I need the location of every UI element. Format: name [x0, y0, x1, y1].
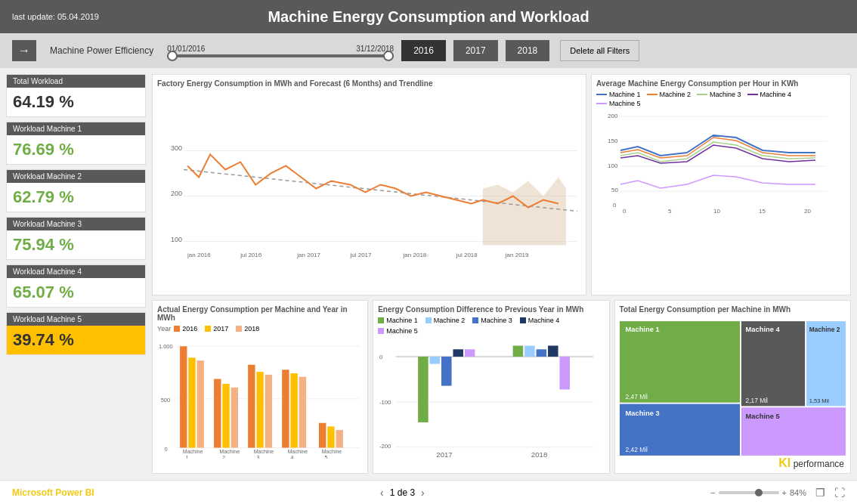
machine1-workload-card: Workload Machine 1 76.69 % [6, 122, 146, 165]
svg-rect-75 [560, 357, 571, 389]
svg-text:2017: 2017 [436, 450, 452, 459]
machine3-value: 75.94 % [7, 230, 145, 259]
svg-text:-200: -200 [379, 443, 391, 450]
svg-text:jan 2019: jan 2019 [505, 252, 529, 258]
svg-text:1.000: 1.000 [159, 343, 173, 350]
machine1-header: Workload Machine 1 [7, 122, 145, 135]
svg-rect-46 [299, 377, 306, 448]
bottom-icons: − + 84% ❐ ⛶ [710, 487, 845, 499]
svg-rect-41 [248, 365, 255, 448]
center-right-panel: Factory Energy Consumption in MWh and Fo… [152, 74, 851, 474]
svg-rect-38 [214, 379, 221, 448]
avg-svg: 200 150 100 50 0 0 5 10 15 20 [596, 109, 846, 215]
svg-text:jan 2017: jan 2017 [296, 252, 320, 258]
svg-rect-72 [524, 345, 535, 356]
machine1-value: 76.69 % [7, 135, 145, 164]
svg-text:-100: -100 [379, 399, 391, 406]
svg-text:Machine 3: Machine 3 [625, 410, 659, 417]
bottom-charts-row: Actual Energy Consumption per Machine an… [152, 300, 851, 474]
svg-text:jan 2018: jan 2018 [403, 252, 427, 258]
svg-text:5: 5 [325, 455, 328, 459]
svg-text:jul 2016: jul 2016 [240, 252, 262, 258]
year-2018-button[interactable]: 2018 [506, 40, 550, 61]
svg-text:Machine 2: Machine 2 [809, 326, 840, 333]
svg-marker-13 [483, 177, 566, 245]
slider-thumb-right[interactable] [383, 51, 394, 61]
svg-text:0: 0 [613, 202, 617, 209]
machine4-header: Workload Machine 4 [7, 265, 145, 278]
svg-text:300: 300 [171, 144, 182, 152]
main-line-svg: 300 200 100 jan 2016 jul 2016 jan 2017 j… [157, 91, 581, 301]
bar-legend: Year 2016 2017 2018 [157, 325, 363, 332]
svg-rect-67 [430, 357, 441, 364]
machine3-workload-card: Workload Machine 3 75.94 % [6, 217, 146, 260]
ki-logo: KI performance [778, 456, 844, 470]
powerbi-link[interactable]: Microsoft Power BI [12, 487, 94, 498]
filter-bar: → Machine Power Efficiency 01/01/2016 31… [0, 33, 857, 68]
svg-rect-70 [465, 349, 475, 357]
zoom-control[interactable]: − + 84% [710, 488, 806, 497]
zoom-track[interactable] [719, 491, 779, 494]
svg-text:10: 10 [713, 208, 720, 215]
svg-text:Machine 5: Machine 5 [745, 413, 779, 420]
machine2-header: Workload Machine 2 [7, 170, 145, 183]
svg-text:Machine: Machine [288, 449, 308, 454]
main-content: Total Workload 64.19 % Workload Machine … [0, 68, 857, 480]
zoom-minus-icon[interactable]: − [710, 488, 715, 497]
svg-text:Machine 4: Machine 4 [745, 326, 780, 333]
svg-rect-69 [453, 349, 464, 357]
svg-rect-49 [336, 430, 343, 447]
svg-text:500: 500 [161, 397, 171, 404]
expand-icon[interactable]: ❐ [815, 487, 825, 499]
main-line-title: Factory Energy Consumption in MWh and Fo… [157, 79, 581, 88]
machine3-header: Workload Machine 3 [7, 218, 145, 230]
slider-thumb-left[interactable] [167, 51, 178, 61]
diff-title: Energy Consumption Difference to Previou… [378, 305, 604, 314]
svg-text:2018: 2018 [531, 450, 547, 459]
year-2017-button[interactable]: 2017 [453, 40, 498, 61]
page-title: Machine Energy Consumption and Workload [268, 8, 589, 26]
year-2016-button[interactable]: 2016 [401, 40, 446, 61]
top-charts-row: Factory Energy Consumption in MWh and Fo… [152, 74, 851, 295]
total-workload-value: 64.19 % [7, 88, 145, 116]
treemap-chart-box: Total Energy Consumption per Machine in … [614, 300, 851, 474]
delete-filters-button[interactable]: Delete all Filters [560, 40, 639, 61]
svg-text:1: 1 [186, 455, 189, 459]
svg-rect-84 [806, 321, 846, 406]
pagination: ‹ 1 de 3 › [380, 487, 425, 499]
page-info: 1 de 3 [390, 487, 415, 498]
next-page-button[interactable]: › [421, 487, 425, 499]
svg-text:2,42 Mil: 2,42 Mil [625, 446, 648, 453]
avg-title: Average Machine Energy Consumption per H… [596, 79, 846, 88]
svg-rect-39 [222, 384, 229, 447]
filter-label: Machine Power Efficiency [50, 45, 153, 56]
treemap-svg: Machine 1 2,47 Mil Machine 4 2,17 Mil Ma… [620, 317, 846, 460]
svg-text:50: 50 [611, 187, 618, 193]
main-line-chart-box: Factory Energy Consumption in MWh and Fo… [152, 74, 586, 295]
zoom-thumb[interactable] [755, 489, 763, 496]
zoom-plus-icon[interactable]: + [782, 488, 787, 497]
total-workload-header: Total Workload [7, 75, 145, 88]
svg-rect-81 [741, 321, 805, 406]
svg-text:Machine: Machine [322, 449, 342, 454]
svg-text:Machine: Machine [220, 449, 240, 454]
date-range-slider[interactable]: 01/01/2016 31/12/2018 [167, 45, 394, 57]
machine2-value: 62.79 % [7, 183, 145, 212]
prev-page-button[interactable]: ‹ [380, 487, 384, 499]
svg-text:jul 2017: jul 2017 [349, 252, 372, 258]
machine4-value: 65.07 % [7, 278, 145, 307]
svg-text:Machine: Machine [254, 449, 274, 454]
bar-chart-title: Actual Energy Consumption per Machine an… [157, 305, 363, 322]
avg-legend: Machine 1 Machine 2 Machine 3 Machine 4 … [596, 91, 846, 107]
fullscreen-icon[interactable]: ⛶ [834, 487, 845, 499]
slider-track[interactable] [167, 54, 394, 57]
svg-rect-37 [197, 360, 204, 447]
back-button[interactable]: → [12, 40, 36, 61]
svg-text:4: 4 [290, 455, 293, 459]
svg-text:200: 200 [171, 190, 182, 198]
svg-rect-40 [231, 388, 238, 448]
svg-text:2,47 Mil: 2,47 Mil [625, 393, 648, 400]
svg-text:150: 150 [608, 138, 618, 144]
svg-text:15: 15 [759, 208, 766, 215]
svg-text:jan 2016: jan 2016 [187, 252, 211, 258]
